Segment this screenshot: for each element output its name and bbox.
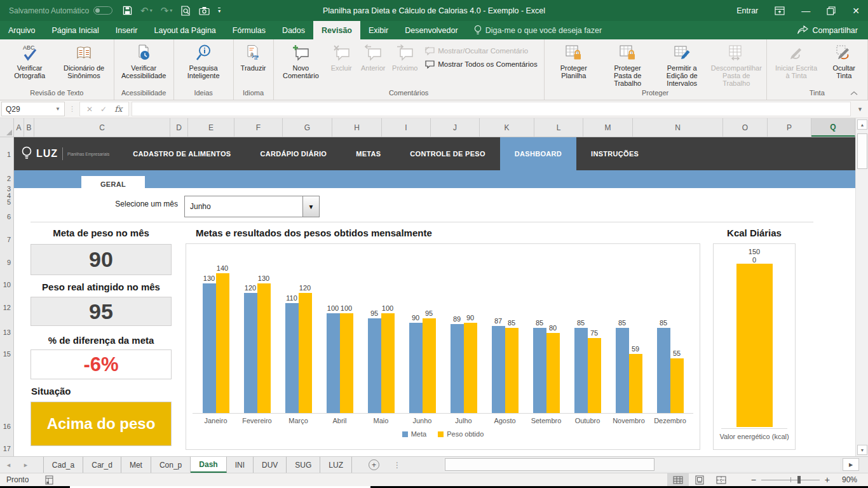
name-box[interactable]: Q29 ▼ (1, 102, 65, 116)
sheet-overflow-icon[interactable]: ⋮ (379, 457, 415, 473)
view-page-break-button[interactable] (710, 473, 732, 486)
sheet-tab-duv[interactable]: DUV (254, 457, 287, 473)
row-header-16[interactable]: 16 (3, 422, 11, 431)
ribbon-tab-pagina-inicial[interactable]: Página Inicial (43, 21, 107, 39)
sheet-tab-met[interactable]: Met (121, 457, 151, 473)
nav-item-instrucoes[interactable]: INSTRUÇÕES (576, 137, 653, 170)
name-box-dropdown-icon[interactable]: ▼ (55, 106, 60, 112)
allow-edit-ranges-button[interactable]: Permitir a Edição de Intervalos (654, 41, 709, 87)
smart-lookup-button[interactable]: Pesquisa Inteligente (177, 41, 231, 79)
sub-tab-geral[interactable]: GERAL (81, 176, 145, 192)
thesaurus-button[interactable]: Dicionário de Sinônimos (57, 41, 111, 79)
sheet-tab-cad-a[interactable]: Cad_a (43, 457, 83, 473)
ribbon-tab-desenvolvedor[interactable]: Desenvolvedor (397, 21, 466, 39)
column-header-p[interactable]: P (768, 118, 811, 137)
cancel-icon[interactable]: ✕ (86, 105, 93, 114)
zoom-slider-thumb[interactable] (797, 476, 801, 484)
column-header-o[interactable]: O (723, 118, 768, 137)
main-chart[interactable]: 1301401201301101201001009510090958990878… (186, 243, 700, 450)
column-header-d[interactable]: D (170, 118, 188, 137)
ribbon-display-options-button[interactable] (766, 0, 793, 21)
ribbon-tab-formulas[interactable]: Fórmulas (224, 21, 274, 39)
ribbon-tab-dados[interactable]: Dados (274, 21, 313, 39)
column-header-m[interactable]: M (583, 118, 633, 137)
row-header-15[interactable]: 15 (3, 349, 11, 358)
view-page-layout-button[interactable] (689, 473, 710, 486)
column-header-j[interactable]: J (431, 118, 480, 137)
check-accessibility-button[interactable]: Verificar Acessibilidade (117, 41, 171, 79)
share-button[interactable]: Compartilhar (787, 21, 868, 39)
column-header-b[interactable]: B (24, 118, 34, 137)
month-dropdown-arrow-icon[interactable]: ▼ (302, 196, 319, 217)
scroll-right-button[interactable]: ▶ (843, 458, 859, 471)
column-header-l[interactable]: L (534, 118, 583, 137)
close-button[interactable]: ✕ (844, 0, 868, 21)
zoom-slider[interactable] (761, 473, 820, 486)
protect-sheet-button[interactable]: Proteger Planilha (547, 41, 600, 79)
column-header-a[interactable]: A (14, 118, 24, 137)
unshare-workbook-button[interactable]: Descompartilhar Pasta de Trabalho (709, 41, 764, 87)
formula-bar-expand-icon[interactable]: ▼ (852, 100, 868, 118)
ribbon-tab-layout-da-pagina[interactable]: Layout da Página (146, 21, 224, 39)
row-header-9[interactable]: 9 (7, 258, 11, 267)
sheet-tab-sug[interactable]: SUG (287, 457, 320, 473)
spelling-button[interactable]: ABC Verificar Ortografia (3, 41, 57, 79)
zoom-in-button[interactable]: + (820, 475, 835, 485)
month-combo[interactable]: Junho ▼ (184, 196, 320, 217)
enter-icon[interactable]: ✓ (100, 105, 107, 114)
zoom-out-button[interactable]: − (746, 475, 761, 485)
column-header-f[interactable]: F (234, 118, 283, 137)
row-header-17[interactable]: 17 (3, 444, 11, 453)
row-header-6[interactable]: 6 (7, 212, 11, 221)
scroll-down-button[interactable]: ▼ (857, 445, 867, 455)
select-all-corner[interactable] (0, 118, 14, 137)
column-header-g[interactable]: G (283, 118, 332, 137)
new-comment-button[interactable]: Novo Comentário (276, 41, 326, 79)
vertical-scrollbar-thumb[interactable] (857, 133, 867, 169)
start-ink-button[interactable]: Iniciar Escrita à Tinta (770, 41, 824, 79)
redo-button[interactable]: ↷▾ (161, 5, 173, 17)
camera-button[interactable] (199, 6, 210, 15)
nav-item-controle-de-peso[interactable]: CONTROLE DE PESO (395, 137, 499, 170)
print-preview-button[interactable] (180, 6, 191, 16)
view-normal-button[interactable] (667, 473, 689, 486)
nav-item-cardapio-diario[interactable]: CARDÁPIO DIÁRIO (245, 137, 341, 170)
show-hide-comment-button[interactable]: Mostrar/Ocultar Comentário (424, 46, 537, 55)
save-button[interactable] (123, 6, 132, 15)
sign-in-button[interactable]: Entrar (728, 0, 766, 21)
sheet-tab-con-p[interactable]: Con_p (151, 457, 191, 473)
column-header-k[interactable]: K (480, 118, 534, 137)
ribbon-tab-exibir[interactable]: Exibir (360, 21, 397, 39)
kcal-chart[interactable]: 150 0 Valor energético (kcal) (713, 243, 796, 450)
sheet-tab-dash[interactable]: Dash (191, 457, 226, 473)
ribbon-tab-inserir[interactable]: Inserir (107, 21, 146, 39)
row-header-2[interactable]: 2 (7, 174, 11, 183)
autosave-control[interactable]: Salvamento Automático (9, 6, 112, 15)
previous-comment-button[interactable]: Anterior (357, 41, 389, 72)
macro-record-icon[interactable] (45, 475, 53, 485)
row-header-1[interactable]: 1 (7, 150, 11, 159)
row-header-7[interactable]: 7 (7, 235, 11, 244)
row-header-12[interactable]: 12 (3, 303, 11, 312)
sheet-tab-car-d[interactable]: Car_d (83, 457, 121, 473)
formula-input[interactable] (132, 102, 851, 116)
insert-function-button[interactable]: fx (114, 104, 122, 114)
nav-item-dashboard[interactable]: DASHBOARD (500, 137, 576, 170)
ribbon-collapse-button[interactable] (850, 91, 858, 95)
show-all-comments-button[interactable]: Mostrar Todos os Comentários (424, 60, 537, 69)
qat-customize-button[interactable]: ▾ (218, 8, 220, 13)
zoom-percentage[interactable]: 90% (835, 475, 864, 484)
sheet-tab-luz[interactable]: LUZ (320, 457, 352, 473)
protect-workbook-button[interactable]: Proteger Pasta de Trabalho (600, 41, 655, 87)
row-header-5[interactable]: 5 (7, 198, 11, 207)
sheet-nav-left-button[interactable]: ◄ (0, 457, 17, 473)
sheet-nav-right-button[interactable]: ► (17, 457, 34, 473)
nav-item-metas[interactable]: METAS (341, 137, 395, 170)
column-header-h[interactable]: H (332, 118, 382, 137)
autosave-toggle[interactable] (93, 6, 112, 15)
nav-item-cadastro-de-alimentos[interactable]: CADASTRO DE ALIMENTOS (118, 137, 245, 170)
column-header-c[interactable]: C (34, 118, 170, 137)
next-comment-button[interactable]: Próximo (389, 41, 421, 72)
undo-button[interactable]: ↶▾ (140, 5, 153, 17)
vertical-scrollbar[interactable]: ▲ ▼ (855, 118, 868, 456)
